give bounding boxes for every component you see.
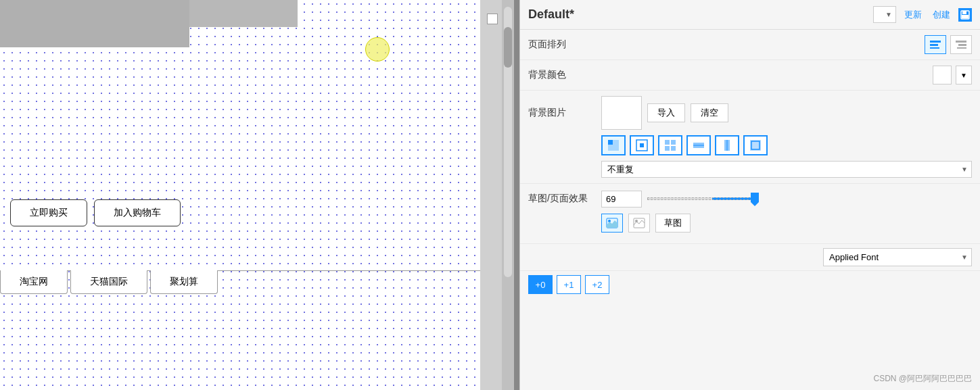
csdn-watermark: CSDN @阿巴阿阿巴巴巴巴 bbox=[520, 368, 980, 390]
canvas-nav-tabs: 淘宝网 天猫国际 聚划算 bbox=[0, 270, 480, 294]
style-dropdown[interactable] bbox=[873, 6, 896, 23]
sketch-slider-container bbox=[647, 189, 972, 208]
sketch-section: 草图/页面效果 bbox=[520, 184, 980, 244]
scrollbar-track bbox=[504, 7, 512, 277]
sketch-image-btn-2[interactable] bbox=[628, 214, 650, 233]
font-offset-0-button[interactable]: +0 bbox=[528, 275, 553, 294]
font-offset-2-button[interactable]: +2 bbox=[585, 275, 609, 294]
bg-image-options bbox=[528, 135, 972, 155]
applied-font-row: Applied Font ▼ bbox=[520, 244, 980, 271]
svg-rect-14 bbox=[671, 140, 676, 145]
bg-color-controls: ▼ bbox=[601, 66, 972, 84]
svg-rect-2 bbox=[962, 15, 969, 18]
page-layout-label: 页面排列 bbox=[528, 39, 596, 51]
nav-tab-juhuasuan[interactable]: 聚划算 bbox=[150, 270, 218, 294]
svg-rect-16 bbox=[671, 146, 676, 151]
panel-header-actions: ▼ 更新 创建 bbox=[873, 6, 972, 23]
svg-rect-6 bbox=[956, 41, 966, 43]
svg-rect-8 bbox=[957, 47, 966, 49]
style-dropdown-wrapper: ▼ bbox=[873, 6, 896, 23]
nav-tab-taobao[interactable]: 淘宝网 bbox=[0, 270, 68, 294]
applied-font-wrapper: Applied Font ▼ bbox=[823, 248, 972, 266]
clear-button[interactable]: 清空 bbox=[691, 103, 728, 122]
panel-title: Default* bbox=[528, 7, 574, 22]
bg-fill-button[interactable] bbox=[601, 135, 626, 155]
page-layout-controls bbox=[601, 35, 972, 54]
sketch-slider-thumb[interactable] bbox=[751, 193, 759, 206]
bg-center-button[interactable] bbox=[630, 135, 654, 155]
bg-color-row: 背景颜色 ▼ bbox=[520, 60, 980, 91]
bg-stretch-h-button[interactable] bbox=[686, 135, 711, 155]
svg-rect-5 bbox=[930, 47, 939, 49]
sketch-slider[interactable] bbox=[647, 197, 755, 200]
dotted-canvas: 立即购买 加入购物车 淘宝网 天猫国际 聚划算 bbox=[0, 0, 480, 390]
yellow-circle bbox=[365, 37, 390, 62]
watermark-text: CSDN @阿巴阿阿巴巴巴巴 bbox=[873, 374, 972, 383]
sketch-label: 草图/页面效果 bbox=[528, 193, 596, 205]
add-to-cart-button[interactable]: 加入购物车 bbox=[94, 199, 181, 226]
no-repeat-wrapper: 不重复 ▼ bbox=[601, 161, 972, 178]
sketch-buttons: 草图 bbox=[528, 214, 972, 233]
bg-image-preview bbox=[601, 96, 642, 130]
canvas-button-group: 立即购买 加入购物车 bbox=[10, 199, 181, 226]
sketch-number-input[interactable] bbox=[601, 191, 642, 208]
svg-rect-10 bbox=[608, 140, 613, 145]
applied-font-select[interactable]: Applied Font bbox=[823, 248, 972, 266]
svg-rect-4 bbox=[930, 44, 938, 46]
color-dropdown-button[interactable]: ▼ bbox=[956, 66, 972, 84]
buy-now-button[interactable]: 立即购买 bbox=[10, 199, 87, 226]
no-repeat-row: 不重复 ▼ bbox=[528, 161, 972, 178]
save-icon[interactable] bbox=[958, 8, 972, 22]
gray-block-right bbox=[189, 0, 298, 27]
bg-image-section: 背景图片 导入 清空 bbox=[520, 91, 980, 184]
bg-stretch-v-button[interactable] bbox=[715, 135, 739, 155]
layout-left-align-button[interactable] bbox=[925, 35, 946, 54]
canvas-area: 立即购买 加入购物车 淘宝网 天猫国际 聚划算 bbox=[0, 0, 514, 390]
gray-block-left bbox=[0, 0, 189, 47]
svg-rect-7 bbox=[958, 44, 966, 46]
create-button[interactable]: 创建 bbox=[930, 9, 953, 21]
page-layout-row: 页面排列 bbox=[520, 30, 980, 60]
bg-image-label: 背景图片 bbox=[528, 107, 596, 119]
bg-tile-button[interactable] bbox=[658, 135, 682, 155]
update-button[interactable]: 更新 bbox=[902, 9, 925, 21]
panel-divider[interactable] bbox=[514, 0, 519, 390]
scrollbar-thumb[interactable] bbox=[504, 27, 512, 68]
color-swatch[interactable] bbox=[933, 66, 952, 84]
svg-rect-15 bbox=[665, 146, 670, 151]
import-button[interactable]: 导入 bbox=[647, 103, 685, 122]
sketch-btn[interactable]: 草图 bbox=[655, 214, 691, 233]
bg-color-label: 背景颜色 bbox=[528, 69, 596, 81]
svg-rect-1 bbox=[962, 11, 966, 14]
sketch-top: 草图/页面效果 bbox=[528, 189, 972, 208]
properties-panel: Default* ▼ 更新 创建 页面排列 bbox=[519, 0, 980, 390]
no-repeat-select[interactable]: 不重复 bbox=[601, 161, 972, 178]
canvas-checkbox[interactable] bbox=[487, 14, 498, 24]
font-offset-1-button[interactable]: +1 bbox=[557, 275, 581, 294]
bg-image-top: 背景图片 导入 清空 bbox=[528, 96, 972, 130]
svg-rect-12 bbox=[640, 143, 644, 147]
layout-right-align-button[interactable] bbox=[950, 35, 972, 54]
sketch-image-btn-1[interactable] bbox=[601, 214, 623, 233]
font-offset-row: +0 +1 +2 bbox=[520, 271, 980, 298]
panel-header: Default* ▼ 更新 创建 bbox=[520, 0, 980, 30]
canvas-scrollbar[interactable] bbox=[502, 0, 514, 390]
svg-rect-3 bbox=[930, 41, 941, 43]
svg-rect-13 bbox=[665, 140, 670, 145]
nav-tab-tmall[interactable]: 天猫国际 bbox=[70, 270, 147, 294]
bg-fit-button[interactable] bbox=[743, 135, 768, 155]
